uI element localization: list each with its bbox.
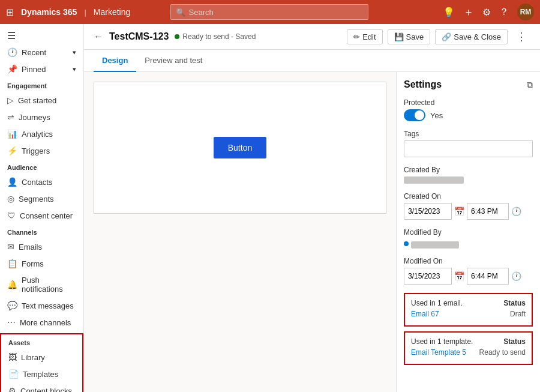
record-header: ← TestCMS-123 Ready to send - Saved ✏ Ed… <box>84 24 540 50</box>
created-on-label: Created On <box>404 192 533 201</box>
email-usage-value-row: Email 67 Draft <box>411 310 526 318</box>
recent-icon: 🕐 <box>7 47 17 57</box>
save-close-icon: 🔗 <box>442 32 451 41</box>
status-dot <box>175 34 179 39</box>
content-blocks-label: Content blocks <box>20 387 72 393</box>
protected-field: Protected Yes <box>404 98 533 121</box>
save-button[interactable]: 💾 Save <box>388 29 431 44</box>
engagement-header: Engagement <box>0 77 83 92</box>
modified-date-input[interactable] <box>404 268 452 285</box>
sidebar: ☰ 🕐 Recent ▾ 📌 Pinned ▾ Engagement ▷ Get… <box>0 24 84 392</box>
save-icon: 💾 <box>394 32 404 41</box>
tags-input[interactable] <box>404 140 533 157</box>
main-layout: ☰ 🕐 Recent ▾ 📌 Pinned ▾ Engagement ▷ Get… <box>0 24 540 392</box>
back-button[interactable]: ← <box>94 31 103 42</box>
more-icon: ⋯ <box>7 318 16 327</box>
triggers-icon: ⚡ <box>7 146 17 155</box>
email-status-value: Draft <box>510 310 526 318</box>
template-usage-text: Used in 1 template. <box>411 337 473 346</box>
sidebar-item-journeys[interactable]: ⇌ Journeys <box>0 109 83 125</box>
template-status-label: Status <box>503 337 526 346</box>
pin-icon: 📌 <box>7 64 17 74</box>
push-label: Push notifications <box>22 276 76 294</box>
edit-button[interactable]: ✏ Edit <box>347 29 382 44</box>
sidebar-item-more-channels[interactable]: ⋯ More channels <box>0 314 83 331</box>
emails-icon: ✉ <box>7 242 14 252</box>
templates-label: Templates <box>23 370 58 379</box>
created-date-calendar-icon[interactable]: 📅 <box>454 207 464 216</box>
tab-preview[interactable]: Preview and test <box>136 50 211 72</box>
text-messages-label: Text messages <box>22 301 74 310</box>
sidebar-item-segments[interactable]: ◎ Segments <box>0 190 83 207</box>
modified-time-clock-icon[interactable]: 🕐 <box>511 271 521 281</box>
assets-section: Assets 🖼 Library 📄 Templates ⚙ Content b… <box>0 333 83 392</box>
avatar[interactable]: RM <box>517 4 534 20</box>
module-label: Marketing <box>94 7 130 17</box>
save-close-button[interactable]: 🔗 Save & Close <box>435 29 508 44</box>
sidebar-item-get-started[interactable]: ▷ Get started <box>0 92 83 109</box>
sidebar-item-analytics[interactable]: 📊 Analytics <box>0 125 83 142</box>
sidebar-item-consent-center[interactable]: 🛡 Consent center <box>0 207 83 224</box>
created-date-input[interactable] <box>404 203 452 220</box>
forms-icon: 📋 <box>7 259 17 268</box>
status-text: Ready to send - Saved <box>182 32 256 41</box>
sidebar-item-pinned[interactable]: 📌 Pinned ▾ <box>0 61 83 77</box>
journeys-label: Journeys <box>19 113 50 122</box>
sidebar-item-push[interactable]: 🔔 Push notifications <box>0 272 83 297</box>
template-usage-header-row: Used in 1 template. Status <box>411 337 526 346</box>
modified-time-input[interactable] <box>467 268 509 285</box>
settings-icon[interactable]: ⚙ <box>482 7 491 18</box>
created-on-field: Created On 📅 🕐 <box>404 192 533 220</box>
sidebar-item-recent[interactable]: 🕐 Recent ▾ <box>0 44 83 61</box>
design-area: Button Settings ⧉ Protected Yes <box>84 72 540 392</box>
contacts-icon: 👤 <box>7 177 17 187</box>
search-box[interactable]: 🔍 <box>170 4 368 20</box>
template-usage-link[interactable]: Email Template 5 <box>411 348 466 357</box>
sidebar-item-templates[interactable]: 📄 Templates <box>1 366 82 382</box>
modified-date-calendar-icon[interactable]: 📅 <box>454 271 464 281</box>
protected-toggle[interactable] <box>404 109 425 121</box>
consent-icon: 🛡 <box>7 211 16 220</box>
created-time-clock-icon[interactable]: 🕐 <box>511 207 521 216</box>
sidebar-item-contacts[interactable]: 👤 Contacts <box>0 173 83 190</box>
search-icon: 🔍 <box>176 8 185 17</box>
grid-icon[interactable]: ⊞ <box>6 7 14 18</box>
template-status-value: Ready to send <box>479 348 526 357</box>
more-options-button[interactable]: ⋮ <box>512 29 530 44</box>
pinned-label: Pinned <box>22 65 46 74</box>
forms-label: Forms <box>22 259 44 268</box>
modified-by-value <box>411 241 459 249</box>
tab-design[interactable]: Design <box>94 50 136 72</box>
settings-collapse-button[interactable]: ⧉ <box>527 80 533 90</box>
record-status: Ready to send - Saved <box>175 32 256 41</box>
sidebar-item-library[interactable]: 🖼 Library <box>1 349 82 366</box>
hamburger-icon[interactable]: ☰ <box>0 24 83 44</box>
analytics-label: Analytics <box>22 130 53 139</box>
canvas-button[interactable]: Button <box>214 137 266 158</box>
search-input[interactable] <box>189 8 363 17</box>
help-icon[interactable]: ？ <box>499 6 509 19</box>
sidebar-item-content-blocks[interactable]: ⚙ Content blocks <box>1 382 82 392</box>
add-icon[interactable]: ＋ <box>463 5 474 19</box>
email-usage-link[interactable]: Email 67 <box>411 310 439 318</box>
modified-by-field: Modified By <box>404 228 533 249</box>
more-channels-label: More channels <box>20 318 71 327</box>
email-canvas: Button <box>94 82 386 214</box>
sidebar-item-emails[interactable]: ✉ Emails <box>0 238 83 255</box>
sidebar-item-text-messages[interactable]: 💬 Text messages <box>0 297 83 314</box>
segments-label: Segments <box>19 194 54 204</box>
record-actions: ✏ Edit 💾 Save 🔗 Save & Close ⋮ <box>347 29 530 44</box>
template-usage-section: Used in 1 template. Status Email Templat… <box>404 331 533 365</box>
record-title: TestCMS-123 <box>109 31 169 42</box>
canvas-panel: Button <box>84 72 396 392</box>
lightbulb-icon[interactable]: 💡 <box>443 7 455 18</box>
email-status-label: Status <box>503 299 526 307</box>
created-time-input[interactable] <box>467 203 509 220</box>
sms-icon: 💬 <box>7 301 17 310</box>
tabs-bar: Design Preview and test <box>84 50 540 72</box>
created-by-field: Created By <box>404 166 533 184</box>
sidebar-item-forms[interactable]: 📋 Forms <box>0 255 83 272</box>
analytics-icon: 📊 <box>7 129 17 139</box>
sidebar-item-triggers[interactable]: ⚡ Triggers <box>0 142 83 159</box>
nav-divider: | <box>84 8 86 17</box>
